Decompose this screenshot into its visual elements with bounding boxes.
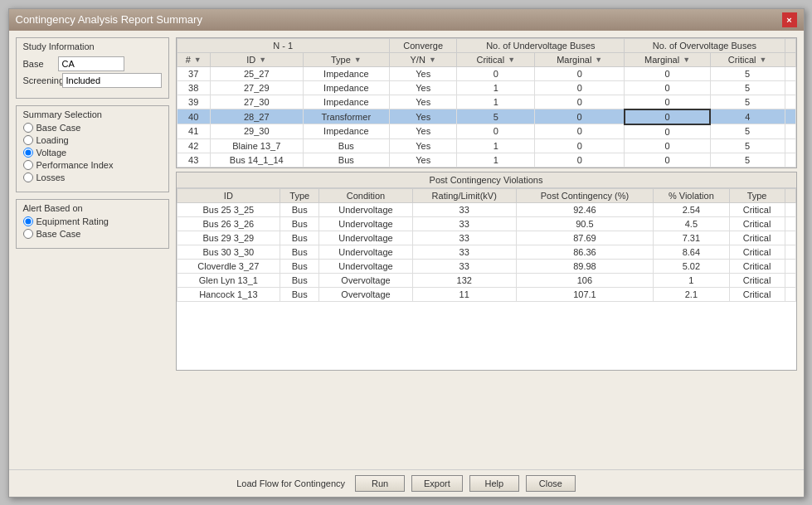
table-row[interactable]: Bus 25 3_25BusUndervoltage3392.462.54Cri… bbox=[177, 202, 795, 216]
table-row[interactable]: Bus 26 3_26BusUndervoltage3390.54.5Criti… bbox=[177, 216, 795, 231]
overvoltage-header: No. of Overvoltage Buses bbox=[625, 38, 785, 52]
vcol-rating: Rating/Limit(kV) bbox=[412, 188, 516, 202]
n1-table-wrapper[interactable]: N - 1 Converge No. of Undervoltage Buses… bbox=[177, 38, 796, 168]
col-critical-over: Critical ▼ bbox=[710, 52, 785, 66]
help-button[interactable]: Help bbox=[469, 475, 519, 492]
col-critical-under: Critical ▼ bbox=[457, 52, 535, 66]
study-info-row: Base bbox=[23, 55, 162, 73]
filter-marg-over-icon[interactable]: ▼ bbox=[683, 56, 690, 64]
table-row[interactable]: 3927_30ImpedanceYes1005 bbox=[177, 95, 795, 109]
radio-losses-label: Losses bbox=[36, 172, 66, 182]
radio-voltage[interactable]: Voltage bbox=[23, 148, 162, 158]
radio-alert-base-case-label: Base Case bbox=[36, 229, 81, 239]
n1-table: N - 1 Converge No. of Undervoltage Buses… bbox=[177, 38, 796, 168]
close-icon[interactable]: × bbox=[782, 12, 797, 27]
radio-base-case-label: Base Case bbox=[36, 123, 81, 133]
table-row[interactable]: 3827_29ImpedanceYes1005 bbox=[177, 80, 795, 95]
bottom-bar: Load Flow for Contingency Run Export Hel… bbox=[9, 469, 804, 497]
radio-loading[interactable]: Loading bbox=[23, 135, 162, 145]
violations-table-section: Post Contingency Violations ID Type Cond… bbox=[176, 172, 797, 371]
col-yn: Y/N ▼ bbox=[389, 52, 457, 66]
alert-based-on-group: Alert Based on Equipment Rating Base Cas… bbox=[16, 199, 169, 249]
violations-table-body: Bus 25 3_25BusUndervoltage3392.462.54Cri… bbox=[177, 202, 795, 301]
alert-based-on-label: Alert Based on bbox=[23, 203, 162, 213]
radio-alert-base-case[interactable]: Base Case bbox=[23, 229, 162, 239]
right-panel: N - 1 Converge No. of Undervoltage Buses… bbox=[176, 37, 797, 463]
radio-losses[interactable]: Losses bbox=[23, 172, 162, 182]
main-window: Contingency Analysis Report Summary × St… bbox=[8, 8, 805, 498]
base-label: Base bbox=[23, 59, 48, 69]
table-row[interactable]: 42Blaine 13_7BusYes1005 bbox=[177, 138, 795, 153]
filter-type-icon[interactable]: ▼ bbox=[354, 56, 362, 64]
table-row[interactable]: 3725_27ImpedanceYes0005 bbox=[177, 66, 795, 80]
radio-voltage-label: Voltage bbox=[36, 148, 67, 158]
n1-table-section: N - 1 Converge No. of Undervoltage Buses… bbox=[176, 37, 797, 168]
export-button[interactable]: Export bbox=[411, 475, 463, 492]
scroll-col-placeholder bbox=[785, 52, 795, 66]
table-row[interactable]: Cloverdle 3_27BusUndervoltage3389.985.02… bbox=[177, 259, 795, 273]
vcol-post-cont: Post Contingency (%) bbox=[516, 188, 653, 202]
vscroll-placeholder bbox=[785, 188, 795, 202]
screening-input[interactable] bbox=[62, 73, 162, 88]
screening-label: Screening bbox=[23, 75, 57, 85]
radio-base-case[interactable]: Base Case bbox=[23, 123, 162, 133]
base-input[interactable] bbox=[58, 56, 124, 71]
col-marginal-over: Marginal ▼ bbox=[625, 52, 710, 66]
radio-performance-index[interactable]: Performance Index bbox=[23, 160, 162, 170]
radio-equipment-rating[interactable]: Equipment Rating bbox=[23, 216, 162, 226]
filter-yn-icon[interactable]: ▼ bbox=[429, 56, 436, 64]
screening-row: Screening bbox=[23, 73, 162, 88]
filter-id-icon[interactable]: ▼ bbox=[259, 56, 266, 64]
table-row[interactable]: 4129_30ImpedanceYes0005 bbox=[177, 124, 795, 139]
table-row[interactable]: Glen Lyn 13_1BusOvervoltage1321061Critic… bbox=[177, 273, 795, 287]
vcol-pct-violation: % Violation bbox=[654, 188, 730, 202]
radio-equipment-rating-label: Equipment Rating bbox=[36, 216, 109, 226]
study-info-group: Study Information Base Screening bbox=[16, 37, 169, 99]
table-row[interactable]: Hancock 1_13BusOvervoltage11107.12.1Crit… bbox=[177, 287, 795, 301]
col-id: ID ▼ bbox=[210, 52, 303, 66]
table-row[interactable]: 43Bus 14_1_14BusYes1005 bbox=[177, 153, 795, 167]
window-title: Contingency Analysis Report Summary bbox=[16, 13, 202, 26]
n1-header: N - 1 bbox=[177, 38, 389, 52]
n1-table-body: 3725_27ImpedanceYes00053827_29ImpedanceY… bbox=[177, 66, 795, 167]
vcol-id: ID bbox=[177, 188, 280, 202]
undervoltage-header: No. of Undervoltage Buses bbox=[457, 38, 625, 52]
load-flow-label: Load Flow for Contingency bbox=[236, 478, 345, 488]
col-type: Type ▼ bbox=[303, 52, 389, 66]
filter-crit-under-icon[interactable]: ▼ bbox=[508, 56, 515, 64]
summary-selection-label: Summary Selection bbox=[23, 109, 162, 119]
left-panel: Study Information Base Screening Summary… bbox=[16, 37, 169, 463]
filter-marg-under-icon[interactable]: ▼ bbox=[595, 56, 602, 64]
vcol-type: Type bbox=[280, 188, 319, 202]
study-info-label: Study Information bbox=[23, 41, 162, 51]
title-bar: Contingency Analysis Report Summary × bbox=[9, 9, 804, 31]
col-num: # ▼ bbox=[177, 52, 210, 66]
vcol-condition: Condition bbox=[319, 188, 412, 202]
summary-selection-group: Summary Selection Base Case Loading Volt… bbox=[16, 105, 169, 192]
table-row[interactable]: Bus 30 3_30BusUndervoltage3386.368.64Cri… bbox=[177, 245, 795, 259]
radio-loading-label: Loading bbox=[36, 135, 69, 145]
violations-title: Post Contingency Violations bbox=[177, 172, 796, 188]
radio-performance-index-label: Performance Index bbox=[36, 160, 114, 170]
run-button[interactable]: Run bbox=[355, 475, 405, 492]
col-marginal-under: Marginal ▼ bbox=[535, 52, 625, 66]
scroll-placeholder bbox=[785, 38, 795, 52]
table-row[interactable]: Bus 29 3_29BusUndervoltage3387.697.31Cri… bbox=[177, 231, 795, 245]
filter-crit-over-icon[interactable]: ▼ bbox=[759, 56, 766, 64]
close-button[interactable]: Close bbox=[526, 475, 576, 492]
content-area: Study Information Base Screening Summary… bbox=[9, 31, 804, 469]
converge-header: Converge bbox=[389, 38, 457, 52]
vcol-vtype: Type bbox=[729, 188, 785, 202]
violations-table: ID Type Condition Rating/Limit(kV) Post … bbox=[177, 188, 796, 302]
table-row[interactable]: 4028_27TransformerYes5004 bbox=[177, 109, 795, 124]
violations-table-wrapper[interactable]: ID Type Condition Rating/Limit(kV) Post … bbox=[177, 188, 796, 370]
filter-num-icon[interactable]: ▼ bbox=[194, 56, 202, 64]
